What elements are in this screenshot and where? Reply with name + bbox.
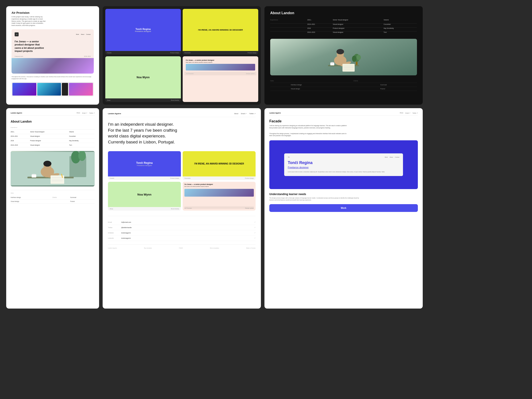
ind-nav-about[interactable]: About: [234, 113, 238, 115]
understanding-section: Understanding learner needs The design p…: [269, 193, 418, 201]
ind-name-tonciregin: Tonči Regina: [136, 161, 152, 165]
pg-item-airprov[interactable]: I'm Jonas — a senior product designer th…: [183, 56, 258, 102]
pg-footer-noawynn: Sleep Brand identity: [105, 98, 181, 102]
pg-cat-noawynn: Sleep: [107, 100, 110, 101]
card-about-white: Landon Aguirre About Email ↗ Twitter ↗ A…: [6, 108, 99, 309]
facade-hero: TB Work About Contact Tonči Regina Freel…: [269, 140, 418, 189]
contact-email-label: Email: [108, 222, 121, 223]
mockup-strip: [12, 82, 94, 96]
footer-buy[interactable]: Buy template: [144, 247, 152, 249]
logo-dot: J●: [15, 32, 19, 36]
exp-header-label: Experience: [11, 127, 30, 130]
ind-card-footer: Landon Aguirre Buy template ©2024 More t…: [108, 245, 256, 249]
pg-name-irene: I'M IRENE, AN AWARD-WINNING 3D DESIGNER: [198, 29, 243, 31]
mockup-block-1: [13, 83, 36, 95]
white-nav-email[interactable]: Email ↗: [82, 112, 87, 114]
contact-dribbble-value: londonaguirre: [121, 232, 131, 234]
ind-nav-links: About Email ↗ Twitter ↗: [234, 113, 256, 115]
ind-item-airprov[interactable]: I'm Jonas — a senior product designer th…: [183, 182, 256, 211]
facade-inner-brand: TB: [288, 157, 290, 158]
white-skills-table: Interface design Clients Gumroad Visual …: [11, 196, 95, 203]
ind-nav-twitter[interactable]: Twitter ↗: [249, 113, 256, 115]
pg-body-airprov: that cares a lot about positive impact p…: [186, 62, 255, 63]
ind-item-irene[interactable]: I'M IRENE, AN AWARD-WINNING 3D DESIGNER …: [183, 151, 256, 180]
white-exp-header: Experience: [11, 127, 95, 130]
ind-footer-airprov: Air Provision Design system: [184, 206, 254, 209]
pg-title-airprov: I'm Jonas — a senior product designer: [186, 59, 255, 61]
understanding-text: The design process began with a thorough…: [269, 197, 362, 201]
ind-cat-irene: Parameter: [184, 177, 191, 179]
portfolio-grid-inner: Tonči Regina Freelance designer Facade P…: [105, 9, 258, 102]
white-skill-1-name: Interface design: [11, 196, 52, 200]
facade-case-desc-1: I will be sharing my experience designin…: [269, 125, 349, 129]
white-nav-twitter[interactable]: Twitter ↗: [89, 112, 95, 114]
ind-cat-noawynn: Sleep: [110, 208, 113, 209]
ind-preview-irene: I'M IRENE, AN AWARD-WINNING 3D DESIGNER: [183, 151, 256, 177]
white-exp-row-1: 2021– Senior Visual designer Volume: [11, 130, 95, 134]
person-illustration: [321, 41, 366, 74]
contact-row-twitter: Twitter @twitterhandle ↗: [108, 225, 256, 230]
nav-work[interactable]: Work: [76, 34, 79, 35]
white-skill-2-client: Framer: [70, 200, 95, 203]
pg-preview-irene: I'M IRENE, AN AWARD-WINNING 3D DESIGNER: [183, 9, 258, 51]
pg-preview-tonciregin: Tonči Regina Freelance designer: [105, 9, 181, 51]
white-skills-section: Skills Interface design Clients Gumroad …: [11, 190, 95, 203]
ind-type-tonciregin: Product design: [170, 177, 179, 179]
skills-table-dark: Skills Clients Interface design Gumroad …: [270, 79, 417, 91]
ind-subtitle-tonciregin: Freelance designer: [136, 165, 152, 166]
nav-contact[interactable]: Contact: [86, 34, 91, 35]
facade-inner-nav-links: Work About Contact: [385, 157, 399, 158]
svg-point-4: [336, 49, 344, 54]
pg-name-noawynn: Noa Wynn: [137, 76, 149, 79]
ind-item-noawynn[interactable]: Noa Wynn Sleep Brand identity: [108, 182, 181, 211]
pg-item-irene[interactable]: I'M IRENE, AN AWARD-WINNING 3D DESIGNER …: [183, 9, 258, 55]
footer-made: Made in Framer: [246, 247, 256, 249]
facade-nav-bar: Landon Aguirre About Email ↗ Twitter ↗: [269, 112, 418, 116]
footer-more[interactable]: More templates: [210, 247, 219, 249]
ind-footer-irene: Parameter Product design: [183, 177, 256, 180]
air-provision-title: Air Provision: [12, 11, 94, 14]
white-about-title: About Landon: [11, 120, 95, 123]
pg-cat-airprov: Air Provision: [186, 73, 194, 74]
ind-cat-airprov: Air Provision: [184, 208, 192, 209]
mockup-block-3: [69, 83, 93, 95]
nav-about[interactable]: About: [81, 34, 84, 35]
contact-linkedin-value: londonaguirre: [121, 237, 131, 239]
featured-dates: 2018–2023: [84, 56, 91, 57]
card-facade: Landon Aguirre About Email ↗ Twitter ↗ F…: [265, 108, 423, 309]
facade-brand: Landon Aguirre: [269, 112, 281, 114]
contact-dribbble-arrow: ↗: [254, 232, 256, 234]
facade-case-title: Facade: [269, 119, 418, 123]
exp-label: Experience: [270, 19, 307, 24]
white-nav-links: About Email ↗ Twitter ↗: [76, 112, 95, 114]
work-cta[interactable]: Work: [269, 204, 418, 212]
contact-twitter-label: Twitter: [108, 227, 121, 228]
ind-item-tonciregin[interactable]: Tonči Regina Freelance designer Facade P…: [108, 151, 181, 180]
facade-nav-email[interactable]: Email ↗: [405, 112, 410, 114]
ind-preview-tonciregin: Tonči Regina Freelance designer: [108, 151, 181, 177]
white-skill-1-client: Gumroad: [70, 196, 95, 200]
skill-row-1: Interface design Gumroad: [270, 83, 417, 87]
pg-item-noawynn[interactable]: Noa Wynn Sleep Brand identity: [105, 56, 181, 102]
exp-row-3: 2018 Product designer Hay Sensitivity: [270, 27, 417, 32]
hero-nav: J● Work About Contact: [15, 32, 91, 36]
svg-point-14: [352, 56, 356, 62]
facade-nav-about[interactable]: About: [400, 112, 403, 114]
contact-row-email: Email hi@email.com ↗: [108, 220, 256, 225]
white-client-label: Clients: [52, 196, 70, 200]
facade-nav-twitter[interactable]: Twitter ↗: [412, 112, 418, 114]
pg-item-tonciregin[interactable]: Tonči Regina Freelance designer Facade P…: [105, 9, 181, 55]
ind-preview-noawynn: Noa Wynn: [108, 182, 181, 207]
pg-cat-irene: Parameter: [184, 52, 191, 53]
hero-headline: I'm Jonas — a senior product designer th…: [15, 40, 46, 52]
svg-point-11: [330, 62, 334, 63]
mockup-phone: [62, 83, 68, 95]
ind-hero-text: I'm an independent visual designer. For …: [108, 121, 232, 145]
ind-thumb-airprov: [184, 189, 254, 197]
contact-section: Email hi@email.com ↗ Twitter @twitterhan…: [108, 216, 256, 241]
ind-cat-tonciregin: Facade: [110, 177, 114, 179]
ind-portfolio-grid: Tonči Regina Freelance designer Facade P…: [108, 151, 256, 211]
work-cta-label: Work: [341, 207, 347, 209]
ind-nav-email[interactable]: Email ↗: [241, 113, 247, 115]
white-nav-about[interactable]: About: [76, 112, 80, 114]
